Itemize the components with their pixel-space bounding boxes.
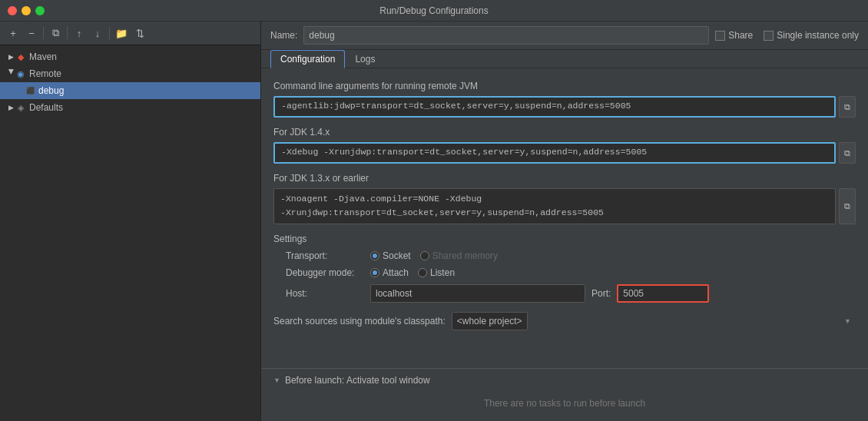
before-launch-label: Before launch: Activate tool window [285,375,430,386]
right-panel: Name: Share Single instance only Configu… [261,22,868,421]
listen-option[interactable]: Listen [418,267,455,278]
copy-icon-3: ⧉ [844,201,850,211]
sort-button[interactable]: ⇅ [131,25,148,41]
host-port-row: Host: Port: [273,284,856,303]
shared-memory-label: Shared memory [432,250,498,261]
toolbar-separator [43,27,44,39]
maven-label: Maven [29,51,57,62]
defaults-label: Defaults [29,102,63,113]
sort-icon: ⇅ [136,28,144,39]
share-label: Share [728,30,753,41]
expand-arrow-icon: ▶ [6,52,15,61]
attach-label: Attach [383,267,409,278]
expand-arrow-icon: ▶ [6,69,15,78]
folder-button[interactable]: 📁 [113,25,130,41]
tabs-bar: Configuration Logs [261,50,868,68]
attach-option[interactable]: Attach [370,267,409,278]
shared-memory-radio[interactable] [420,251,429,260]
name-row: Name: Share Single instance only [261,22,868,50]
jdk13-label: For JDK 1.3.x or earlier [273,173,856,184]
share-checkbox-wrapper[interactable]: Share [715,30,753,41]
folder-icon: 📁 [115,28,128,39]
host-port-inputs: Port: [370,284,709,303]
socket-radio[interactable] [370,251,379,260]
host-input[interactable] [370,284,585,303]
socket-label: Socket [383,250,411,261]
debug-label: debug [38,85,64,96]
maven-icon: ◆ [15,51,26,62]
before-launch-arrow-icon: ▼ [273,376,280,384]
expand-arrow-icon: ▶ [6,103,15,112]
debug-config-icon: ⬛ [25,85,35,96]
add-button[interactable]: + [5,25,22,41]
remote-icon: ◉ [15,68,26,79]
search-select-wrapper: <whole project> [452,312,856,330]
close-button[interactable] [8,6,17,15]
defaults-icon: ◈ [15,102,26,113]
sidebar-item-defaults[interactable]: ▶ ◈ Defaults [0,99,260,116]
debugger-radio-group: Attach Listen [370,267,455,278]
maximize-button[interactable] [35,6,45,15]
before-launch-header[interactable]: ▼ Before launch: Activate tool window [273,375,856,386]
jdk14-label: For JDK 1.4.x [273,127,856,138]
move-down-button[interactable]: ↓ [89,25,106,41]
copy-config-button[interactable]: ⧉ [47,25,64,41]
transport-row: Transport: Socket Shared memory [273,250,856,261]
move-up-button[interactable]: ↑ [71,25,88,41]
copy-icon-2: ⧉ [844,148,850,158]
share-checkbox[interactable] [715,31,725,41]
copy-btn-2[interactable]: ⧉ [839,142,856,164]
window-title: Run/Debug Configurations [379,5,488,16]
copy-btn-3[interactable]: ⧉ [839,188,856,224]
attach-radio[interactable] [370,268,379,277]
cmd-row-2: -Xdebug -Xrunjdwp:transport=dt_socket,se… [273,142,856,164]
cmd-input-3[interactable]: -Xnoagent -Djava.compiler=NONE -Xdebug -… [273,188,836,224]
port-label: Port: [591,288,611,299]
no-tasks-label: There are no tasks to run before launch [273,392,856,415]
tab-logs[interactable]: Logs [345,50,385,68]
transport-label: Transport: [286,250,370,261]
debugger-mode-label: Debugger mode: [286,267,370,278]
cmd-row-1: -agentlib:jdwp=transport=dt_socket,serve… [273,96,856,118]
add-icon: + [10,28,16,39]
cmd-section-label: Command line arguments for running remot… [273,81,856,91]
settings-section: Settings Transport: Socket Shared memory [273,234,856,303]
copy-config-icon: ⧉ [52,27,59,39]
transport-radio-group: Socket Shared memory [370,250,498,261]
name-field-label: Name: [270,30,297,41]
minimize-button[interactable] [22,6,31,15]
host-label: Host: [286,288,370,299]
transport-shared-memory-option[interactable]: Shared memory [420,250,498,261]
main-layout: + − ⧉ ↑ ↓ 📁 ⇅ [0,22,868,421]
listen-radio[interactable] [418,268,427,277]
search-sources-label: Search sources using module's classpath: [273,316,446,327]
toolbar-separator-3 [109,27,110,39]
debugger-mode-row: Debugger mode: Attach Listen [273,267,856,278]
sidebar-item-debug[interactable]: ⬛ debug [0,82,260,99]
tab-configuration[interactable]: Configuration [270,50,345,68]
remove-button[interactable]: − [23,25,40,41]
remote-label: Remote [29,68,61,79]
search-sources-row: Search sources using module's classpath:… [273,312,856,330]
titlebar: Run/Debug Configurations [0,0,868,22]
cmd-input-1[interactable]: -agentlib:jdwp=transport=dt_socket,serve… [273,96,836,118]
sidebar-toolbar: + − ⧉ ↑ ↓ 📁 ⇅ [0,22,260,45]
sidebar-item-maven[interactable]: ▶ ◆ Maven [0,48,260,65]
single-instance-checkbox-wrapper[interactable]: Single instance only [764,30,859,41]
settings-title: Settings [273,234,856,244]
cmd-row-3: -Xnoagent -Djava.compiler=NONE -Xdebug -… [273,188,856,224]
port-input[interactable] [617,284,709,303]
search-select[interactable]: <whole project> [452,312,528,330]
cmd-input-2[interactable]: -Xdebug -Xrunjdwp:transport=dt_socket,se… [273,142,836,164]
copy-btn-1[interactable]: ⧉ [839,96,856,118]
toolbar-separator-2 [67,27,68,39]
remove-icon: − [28,28,35,39]
single-instance-label: Single instance only [777,30,859,41]
name-input[interactable] [303,26,709,45]
down-arrow-icon: ↓ [95,28,101,39]
before-launch-section: ▼ Before launch: Activate tool window Th… [261,368,868,421]
sidebar-item-remote-group[interactable]: ▶ ◉ Remote [0,65,260,82]
single-instance-checkbox[interactable] [764,31,774,41]
sidebar-tree: ▶ ◆ Maven ▶ ◉ Remote ⬛ debug ▶ ◈ Default… [0,45,260,421]
transport-socket-option[interactable]: Socket [370,250,411,261]
